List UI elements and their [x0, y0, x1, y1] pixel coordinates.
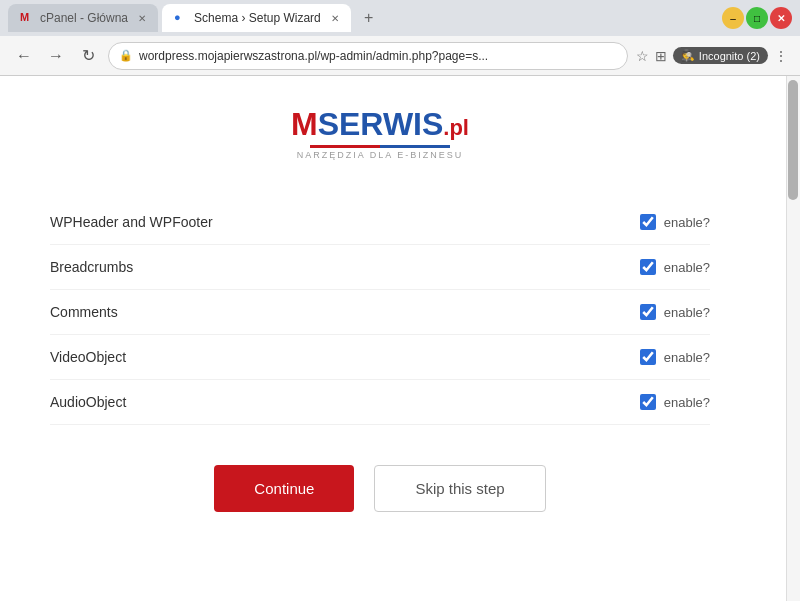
- form-row-4: AudioObjectenable?: [50, 380, 710, 425]
- checkbox-2[interactable]: [640, 304, 656, 320]
- bookmark-icon[interactable]: ☆: [636, 48, 649, 64]
- form-label-1: Breadcrumbs: [50, 259, 640, 275]
- logo-tagline: NARZĘDZIA DLA E-BIZNESU: [291, 150, 469, 160]
- tab-schema-close[interactable]: ✕: [331, 13, 339, 24]
- tab-cpanel-close[interactable]: ✕: [138, 13, 146, 24]
- form-check-4: enable?: [640, 394, 710, 410]
- maximize-button[interactable]: □: [746, 7, 768, 29]
- enable-label-0: enable?: [664, 215, 710, 230]
- scrollbar-thumb[interactable]: [788, 80, 798, 200]
- enable-label-3: enable?: [664, 350, 710, 365]
- form-check-2: enable?: [640, 304, 710, 320]
- logo-pl: .pl: [443, 115, 469, 140]
- incognito-badge: 🕵 Incognito (2): [673, 47, 768, 64]
- continue-button[interactable]: Continue: [214, 465, 354, 512]
- tab-schema-favicon: ●: [174, 11, 188, 25]
- title-bar: M cPanel - Główna ✕ ● Schema › Setup Wiz…: [0, 0, 800, 36]
- form-row-3: VideoObjectenable?: [50, 335, 710, 380]
- more-options-icon[interactable]: ⊞: [655, 48, 667, 64]
- checkbox-3[interactable]: [640, 349, 656, 365]
- minimize-icon: –: [730, 13, 736, 24]
- form-check-3: enable?: [640, 349, 710, 365]
- tab-cpanel-label: cPanel - Główna: [40, 11, 128, 25]
- new-tab-icon: +: [364, 9, 373, 27]
- form-check-1: enable?: [640, 259, 710, 275]
- form-row-0: WPHeader and WPFooterenable?: [50, 200, 710, 245]
- browser-frame: M cPanel - Główna ✕ ● Schema › Setup Wiz…: [0, 0, 800, 601]
- new-tab-button[interactable]: +: [355, 4, 383, 32]
- logo-underline: [310, 145, 450, 148]
- tab-schema-label: Schema › Setup Wizard: [194, 11, 321, 25]
- lock-icon: 🔒: [119, 49, 133, 62]
- logo-area: MSERWIS.pl NARZĘDZIA DLA E-BIZNESU: [50, 106, 710, 160]
- enable-label-1: enable?: [664, 260, 710, 275]
- form-label-4: AudioObject: [50, 394, 640, 410]
- form-label-0: WPHeader and WPFooter: [50, 214, 640, 230]
- form-row-1: Breadcrumbsenable?: [50, 245, 710, 290]
- minimize-button[interactable]: –: [722, 7, 744, 29]
- address-bar: ← → ↻ 🔒 wordpress.mojapierwszastrona.pl/…: [0, 36, 800, 76]
- logo: MSERWIS.pl: [291, 106, 469, 143]
- scrollbar-track[interactable]: [786, 76, 800, 601]
- tab-cpanel[interactable]: M cPanel - Główna ✕: [8, 4, 158, 32]
- back-button[interactable]: ←: [12, 44, 36, 68]
- inner-page: MSERWIS.pl NARZĘDZIA DLA E-BIZNESU WPHea…: [0, 76, 760, 542]
- checkbox-1[interactable]: [640, 259, 656, 275]
- tab-schema[interactable]: ● Schema › Setup Wizard ✕: [162, 4, 351, 32]
- form-section: WPHeader and WPFooterenable?Breadcrumbse…: [50, 200, 710, 425]
- checkbox-0[interactable]: [640, 214, 656, 230]
- address-right: ☆ ⊞ 🕵 Incognito (2) ⋮: [636, 47, 788, 64]
- incognito-icon: 🕵: [681, 49, 695, 62]
- maximize-icon: □: [754, 13, 760, 24]
- button-row: Continue Skip this step: [50, 465, 710, 512]
- close-button[interactable]: ✕: [770, 7, 792, 29]
- skip-button[interactable]: Skip this step: [374, 465, 545, 512]
- logo-m: M: [291, 106, 318, 142]
- enable-label-4: enable?: [664, 395, 710, 410]
- enable-label-2: enable?: [664, 305, 710, 320]
- url-text: wordpress.mojapierwszastrona.pl/wp-admin…: [139, 49, 617, 63]
- form-label-2: Comments: [50, 304, 640, 320]
- page-content: MSERWIS.pl NARZĘDZIA DLA E-BIZNESU WPHea…: [0, 76, 800, 601]
- forward-button[interactable]: →: [44, 44, 68, 68]
- logo-wrapper: MSERWIS.pl NARZĘDZIA DLA E-BIZNESU: [291, 106, 469, 160]
- form-row-2: Commentsenable?: [50, 290, 710, 335]
- form-label-3: VideoObject: [50, 349, 640, 365]
- checkbox-4[interactable]: [640, 394, 656, 410]
- close-icon: ✕: [777, 13, 785, 24]
- incognito-label: Incognito (2): [699, 50, 760, 62]
- reload-button[interactable]: ↻: [76, 44, 100, 68]
- form-check-0: enable?: [640, 214, 710, 230]
- url-bar[interactable]: 🔒 wordpress.mojapierwszastrona.pl/wp-adm…: [108, 42, 628, 70]
- tab-cpanel-favicon: M: [20, 11, 34, 25]
- window-controls: – □ ✕: [722, 7, 792, 29]
- menu-icon[interactable]: ⋮: [774, 48, 788, 64]
- logo-serwis: SERWIS: [318, 106, 444, 142]
